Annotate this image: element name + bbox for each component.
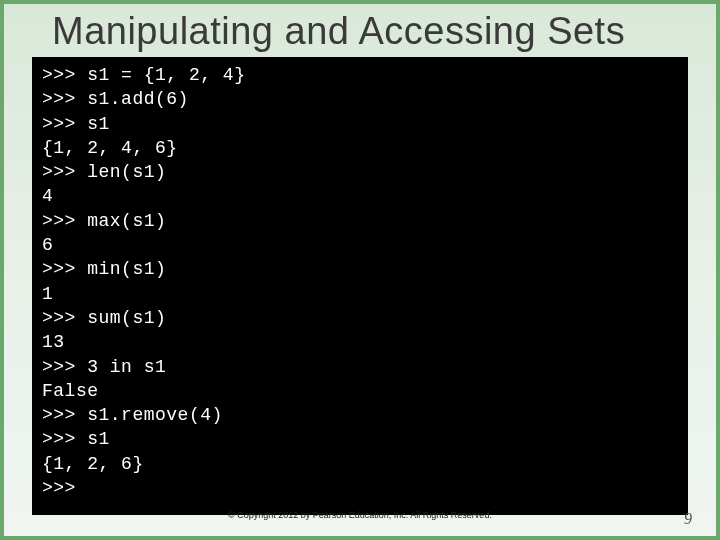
page-number: 9 [684,510,692,528]
slide-title: Manipulating and Accessing Sets [4,4,716,57]
copyright-text: © Copyright 2012 by Pearson Education, I… [4,510,716,520]
code-block: >>> s1 = {1, 2, 4} >>> s1.add(6) >>> s1 … [32,57,688,515]
